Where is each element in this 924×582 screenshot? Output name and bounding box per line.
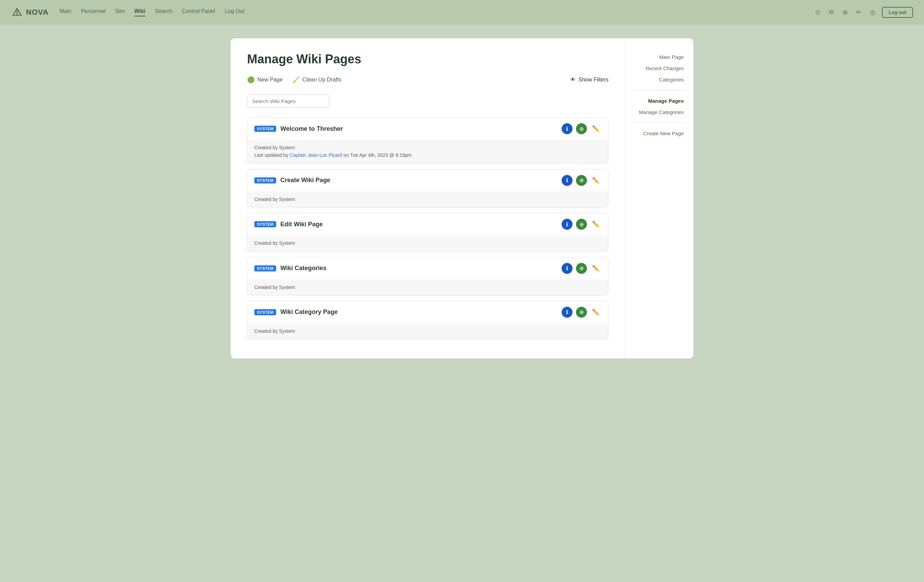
add-button[interactable]: ⊕: [576, 307, 587, 318]
wiki-page-name: Wiki Category Page: [280, 308, 338, 316]
clean-up-drafts-button[interactable]: 🧹 Clean Up Drafts: [292, 76, 342, 84]
wiki-page-item: SYSTEM Wiki Category Page ℹ ⊕ ✏️ Created…: [247, 301, 609, 339]
wiki-page-meta: Created by System: [248, 279, 608, 295]
wiki-page-item: SYSTEM Edit Wiki Page ℹ ⊕ ✏️ Created by …: [247, 213, 609, 251]
system-badge: SYSTEM: [254, 177, 276, 184]
clean-up-drafts-label: Clean Up Drafts: [302, 77, 342, 83]
add-button[interactable]: ⊕: [576, 219, 587, 230]
sidebar-item-recent-changes[interactable]: Recent Changes: [632, 63, 686, 73]
wiki-pages-list: SYSTEM Welcome to Thresher ℹ ⊕ ✏️ Create…: [247, 117, 609, 339]
wiki-page-name: Wiki Categories: [280, 265, 327, 272]
info-button[interactable]: ℹ: [562, 175, 573, 186]
meta-created: Created by System: [254, 195, 601, 203]
meta-updated: Last updated by Captain Jean-Luc Picard …: [254, 151, 601, 159]
wiki-page-name: Edit Wiki Page: [280, 221, 323, 228]
activity-icon[interactable]: ⊕: [841, 8, 850, 17]
wiki-page-name: Welcome to Thresher: [280, 125, 343, 132]
wiki-page-header: SYSTEM Welcome to Thresher ℹ ⊕ ✏️: [248, 118, 608, 140]
wiki-page-meta: Created by System: [248, 191, 608, 207]
page-title: Manage Wiki Pages: [247, 52, 609, 66]
wiki-page-meta: Created by System: [248, 323, 608, 339]
clean-drafts-icon: 🧹: [292, 76, 300, 84]
eye-icon: 👁: [570, 77, 576, 83]
edit-button[interactable]: ✏️: [590, 123, 601, 134]
wiki-page-actions: ℹ ⊕ ✏️: [562, 123, 601, 134]
system-badge: SYSTEM: [254, 126, 276, 132]
mail-icon[interactable]: ✉: [827, 8, 836, 17]
edit-button[interactable]: ✏️: [590, 175, 601, 186]
sidebar-item-categories[interactable]: Categories: [632, 74, 686, 84]
wiki-page-meta: Created by System: [248, 235, 608, 251]
wiki-page-actions: ℹ ⊕ ✏️: [562, 219, 601, 230]
new-page-icon: 🟢: [247, 76, 255, 84]
nav-logout[interactable]: Log Out: [225, 8, 244, 17]
info-button[interactable]: ℹ: [562, 123, 573, 134]
wiki-page-header: SYSTEM Wiki Categories ℹ ⊕ ✏️: [248, 258, 608, 279]
show-filters-label: Show Filters: [578, 77, 609, 83]
sidebar-item-manage-categories[interactable]: Manage Categories: [632, 107, 686, 117]
meta-created: Created by System: [254, 283, 601, 291]
wiki-page-name: Create Wiki Page: [280, 177, 330, 184]
nav-control-panel[interactable]: Control Panel: [182, 8, 215, 17]
toolbar: 🟢 New Page 🧹 Clean Up Drafts 👁 Show Filt…: [247, 76, 609, 84]
edit-button[interactable]: ✏️: [590, 307, 601, 318]
wiki-page-title-row: SYSTEM Wiki Categories: [254, 265, 327, 272]
info-button[interactable]: ℹ: [562, 219, 573, 230]
system-badge: SYSTEM: [254, 309, 276, 315]
meta-updated-suffix: on Tue Apr 4th, 2023 @ 8:15pm: [342, 152, 412, 158]
edit-icon[interactable]: ✏: [855, 8, 863, 17]
edit-button[interactable]: ✏️: [590, 263, 601, 274]
nav-personnel[interactable]: Personnel: [81, 8, 106, 17]
main-content: Manage Wiki Pages 🟢 New Page 🧹 Clean Up …: [231, 38, 625, 359]
wiki-page-title-row: SYSTEM Wiki Category Page: [254, 308, 338, 316]
system-badge: SYSTEM: [254, 265, 276, 271]
sidebar-divider-2: [632, 122, 686, 123]
wiki-page-title-row: SYSTEM Create Wiki Page: [254, 177, 330, 184]
meta-updated-prefix: Last updated by: [254, 152, 290, 158]
nav-wiki[interactable]: Wiki: [134, 8, 145, 17]
meta-author-link[interactable]: Captain Jean-Luc Picard: [290, 152, 342, 158]
page-container: Manage Wiki Pages 🟢 New Page 🧹 Clean Up …: [223, 38, 701, 359]
wiki-page-actions: ℹ ⊕ ✏️: [562, 175, 601, 186]
add-button[interactable]: ⊕: [576, 123, 587, 134]
nav-main[interactable]: Main: [59, 8, 71, 17]
system-badge: SYSTEM: [254, 221, 276, 227]
logo-text: NOVA: [26, 8, 49, 17]
wiki-page-header: SYSTEM Create Wiki Page ℹ ⊕ ✏️: [248, 169, 608, 191]
app-logo[interactable]: NOVA: [11, 6, 49, 18]
sidebar-item-create-new-page[interactable]: Create New Page: [632, 128, 686, 138]
navbar: NOVA Main Personnel Sim Wiki Search Cont…: [0, 0, 924, 25]
edit-button[interactable]: ✏️: [590, 219, 601, 230]
wiki-page-meta: Created by System Last updated by Captai…: [248, 140, 608, 163]
sidebar-item-main-page[interactable]: Main Page: [632, 52, 686, 62]
nav-search[interactable]: Search: [155, 8, 172, 17]
main-nav: Main Personnel Sim Wiki Search Control P…: [59, 8, 802, 17]
new-page-button[interactable]: 🟢 New Page: [247, 76, 283, 84]
wiki-page-header: SYSTEM Edit Wiki Page ℹ ⊕ ✏️: [248, 213, 608, 235]
wiki-page-item: SYSTEM Wiki Categories ℹ ⊕ ✏️ Created by…: [247, 257, 609, 296]
info-button[interactable]: ℹ: [562, 263, 573, 274]
wiki-page-header: SYSTEM Wiki Category Page ℹ ⊕ ✏️: [248, 301, 608, 323]
new-page-label: New Page: [257, 77, 283, 83]
wiki-page-item: SYSTEM Create Wiki Page ℹ ⊕ ✏️ Created b…: [247, 169, 609, 207]
sidebar-item-manage-pages[interactable]: Manage Pages: [632, 96, 686, 106]
meta-created: Created by System: [254, 144, 601, 151]
target-icon[interactable]: ◎: [868, 8, 877, 17]
wiki-page-title-row: SYSTEM Edit Wiki Page: [254, 221, 323, 228]
meta-created: Created by System: [254, 239, 601, 247]
navbar-right: ⊙ ✉ ⊕ ✏ ◎ Log out: [813, 7, 913, 18]
meta-created: Created by System: [254, 327, 601, 335]
add-button[interactable]: ⊕: [576, 263, 587, 274]
toolbar-left: 🟢 New Page 🧹 Clean Up Drafts: [247, 76, 342, 84]
logout-button[interactable]: Log out: [882, 7, 913, 18]
search-input[interactable]: [247, 94, 329, 108]
sidebar: Main Page Recent Changes Categories Mana…: [625, 38, 693, 359]
wiki-page-actions: ℹ ⊕ ✏️: [562, 263, 601, 274]
info-button[interactable]: ℹ: [562, 307, 573, 318]
nav-sim[interactable]: Sim: [116, 8, 125, 17]
show-filters-button[interactable]: 👁 Show Filters: [570, 77, 609, 83]
notification-icon[interactable]: ⊙: [813, 8, 822, 17]
wiki-page-item: SYSTEM Welcome to Thresher ℹ ⊕ ✏️ Create…: [247, 117, 609, 164]
svg-rect-2: [16, 11, 18, 15]
add-button[interactable]: ⊕: [576, 175, 587, 186]
